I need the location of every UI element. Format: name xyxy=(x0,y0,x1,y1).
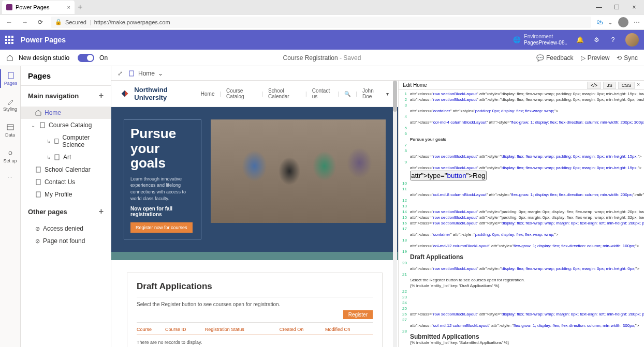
sidebar-item-notfound[interactable]: ⊘ Page not found xyxy=(21,235,111,247)
sidebar-item-profile[interactable]: My Profile xyxy=(21,188,111,201)
help-icon[interactable]: ? xyxy=(609,36,617,44)
home-icon xyxy=(35,110,41,116)
add-other-page-button[interactable]: + xyxy=(99,207,104,216)
applications-table: Course Course ID Registration Status Cre… xyxy=(137,325,373,335)
hero-section[interactable]: Pursueyour goals Learn through innovativ… xyxy=(111,107,398,252)
register-button[interactable]: Register now for courses xyxy=(130,222,193,233)
rail-data[interactable]: Data xyxy=(0,121,20,140)
nav-contact[interactable]: Contact us xyxy=(312,88,333,99)
app-top-bar: Power Pages 🌐 Environment PagesPreview-0… xyxy=(0,30,644,50)
brand-label: Power Pages xyxy=(21,36,66,44)
preview-canvas[interactable]: Northwind University Home| Course Catalo… xyxy=(111,81,398,347)
hero-text: Learn through innovative experiences and… xyxy=(130,176,195,202)
sync-button[interactable]: ⟲Sync xyxy=(617,54,638,62)
nav-user[interactable]: John Doe xyxy=(362,88,381,99)
col-modified[interactable]: Modified On xyxy=(325,325,373,335)
scrollbar-thumb[interactable] xyxy=(393,81,397,112)
sidebar-item-schedule[interactable]: School Calendar xyxy=(21,163,111,176)
home-icon[interactable] xyxy=(6,54,13,62)
register-button[interactable]: Register xyxy=(343,310,373,319)
preview-button[interactable]: ▷Preview xyxy=(581,54,610,62)
maximize-icon[interactable]: ☐ xyxy=(609,1,624,13)
rail-pages[interactable]: Pages xyxy=(0,69,20,88)
chevron-down-icon[interactable]: ⌄ xyxy=(608,19,613,26)
page-icon xyxy=(35,179,41,185)
rail-styling[interactable]: Styling xyxy=(0,95,20,114)
page-icon xyxy=(128,70,135,77)
left-rail: Pages Styling Data Set up ⋯ xyxy=(0,66,21,347)
svg-rect-10 xyxy=(129,71,134,76)
sidebar-title: Pages xyxy=(21,66,111,86)
feedback-button[interactable]: 💬Feedback xyxy=(536,54,574,62)
browser-tab[interactable]: Power Pages × xyxy=(2,1,75,14)
more-icon[interactable]: ⋯ xyxy=(634,19,640,26)
add-page-button[interactable]: + xyxy=(99,91,104,100)
pages-icon xyxy=(7,71,15,80)
page-icon xyxy=(35,167,41,173)
back-icon[interactable]: ← xyxy=(4,17,14,27)
rail-setup[interactable]: Set up xyxy=(0,147,20,165)
user-avatar[interactable] xyxy=(625,33,639,47)
url-field[interactable]: 🔒 Secured | https://make.powerpages.com xyxy=(51,17,591,28)
code-tab-html[interactable]: </> xyxy=(587,82,601,89)
col-status[interactable]: Registration Status xyxy=(205,325,280,335)
nav-catalog[interactable]: Course Catalog xyxy=(226,88,256,99)
link-icon: ↳ xyxy=(47,139,51,144)
draft-applications-card[interactable]: Draft Applications Select the Register b… xyxy=(127,273,383,347)
sidebar-item-art[interactable]: ↳ Art xyxy=(21,151,111,163)
waffle-icon[interactable] xyxy=(5,36,13,44)
nav-home[interactable]: Home xyxy=(201,91,215,97)
notfound-icon: ⊘ xyxy=(35,238,40,245)
code-body[interactable]: 1attr">class="row sectionBlockLayout" at… xyxy=(399,90,644,347)
browser-title-bar: Power Pages × + — ☐ × xyxy=(0,0,644,14)
chevron-down-icon: ▾ xyxy=(386,91,389,97)
shopping-icon[interactable]: 🛍 xyxy=(596,19,603,26)
sidebar-item-home[interactable]: Home xyxy=(21,107,111,119)
svg-rect-4 xyxy=(40,123,45,128)
close-icon[interactable]: × xyxy=(626,1,642,13)
expand-icon[interactable]: ⤢ xyxy=(118,70,123,77)
env-label: Environment xyxy=(524,34,567,40)
design-studio-label: New design studio xyxy=(19,54,69,62)
url-text: https://make.powerpages.com xyxy=(94,19,170,25)
code-tab-css[interactable]: CSS xyxy=(618,82,635,89)
code-tab-js[interactable]: JS xyxy=(603,82,616,89)
sidebar-item-contact[interactable]: Contact Us xyxy=(21,176,111,188)
sidebar-item-catalog[interactable]: ⌄ Course Catalog xyxy=(21,119,111,131)
scrollbar[interactable] xyxy=(393,81,397,347)
env-name[interactable]: PagesPreview-08.. xyxy=(524,40,567,46)
minimize-icon[interactable]: — xyxy=(591,1,607,13)
nav-schedule[interactable]: School Calendar xyxy=(268,88,300,99)
new-tab-button[interactable]: + xyxy=(78,3,82,12)
sidebar-item-denied[interactable]: ⊘ Access denied xyxy=(21,222,111,235)
notification-icon[interactable]: 🔔 xyxy=(576,36,584,44)
col-id[interactable]: Course ID xyxy=(165,325,205,335)
col-course[interactable]: Course xyxy=(137,325,165,335)
svg-rect-5 xyxy=(55,139,58,144)
styling-icon xyxy=(6,97,14,105)
settings-icon[interactable]: ⚙ xyxy=(592,36,601,44)
rail-more[interactable]: ⋯ xyxy=(0,173,20,182)
svg-rect-9 xyxy=(36,192,40,197)
search-icon[interactable]: 🔍 xyxy=(344,91,350,97)
setup-icon xyxy=(6,149,14,157)
sync-icon: ⟲ xyxy=(617,54,622,62)
svg-rect-1 xyxy=(7,125,13,130)
chevron-down-icon[interactable]: ⌄ xyxy=(31,123,36,128)
close-editor-icon[interactable]: × xyxy=(637,82,640,89)
site-title: Northwind University xyxy=(134,86,195,101)
preview-icon: ▷ xyxy=(581,54,586,62)
page-icon xyxy=(54,154,60,160)
forward-icon[interactable]: → xyxy=(20,17,30,27)
feedback-icon: 💬 xyxy=(536,54,544,62)
breadcrumb[interactable]: Home ⌄ xyxy=(128,70,163,77)
profile-avatar[interactable] xyxy=(618,17,628,27)
sidebar-item-cs[interactable]: ↳ Computer Science xyxy=(21,131,111,151)
design-studio-toggle[interactable] xyxy=(78,54,94,62)
svg-rect-8 xyxy=(36,179,40,185)
canvas-toolbar: ⤢ Home ⌄ xyxy=(111,66,644,81)
close-tab-icon[interactable]: × xyxy=(67,4,70,10)
more-icon: ⋯ xyxy=(8,175,12,180)
col-created[interactable]: Created On xyxy=(280,325,325,335)
refresh-icon[interactable]: ⟳ xyxy=(35,17,46,27)
